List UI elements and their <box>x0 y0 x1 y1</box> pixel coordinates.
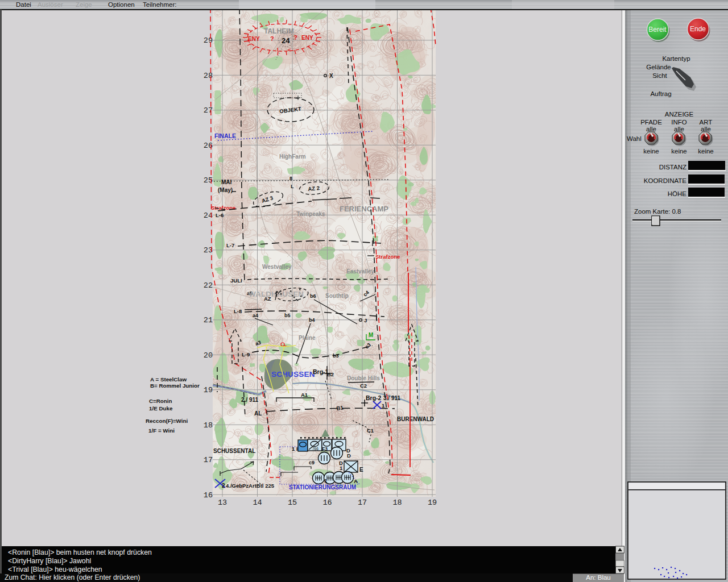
svg-text:22: 22 <box>204 281 213 290</box>
svg-text:L-8: L-8 <box>234 308 242 314</box>
svg-text:B1: B1 <box>336 404 344 411</box>
svg-text:c9: c9 <box>309 460 315 465</box>
svg-text:a4: a4 <box>253 313 258 318</box>
svg-text:I: I <box>277 47 279 52</box>
svg-text:alle: alle <box>674 126 684 132</box>
svg-text:2./ 911: 2./ 911 <box>241 397 258 403</box>
svg-text:BURENWALD: BURENWALD <box>397 416 434 422</box>
svg-text:1/E Duke: 1/E Duke <box>149 405 173 411</box>
svg-text:Zoom Karte: 0.8: Zoom Karte: 0.8 <box>634 208 681 215</box>
svg-text:L: L <box>291 184 294 189</box>
svg-text:L-6: L-6 <box>216 212 224 218</box>
svg-text:AZ 2: AZ 2 <box>308 185 320 192</box>
svg-text:27: 27 <box>204 106 213 115</box>
svg-text:Zeige: Zeige <box>76 1 92 8</box>
svg-text:24: 24 <box>282 36 290 45</box>
svg-text:E: E <box>359 467 363 473</box>
svg-text:19: 19 <box>428 498 437 507</box>
svg-text:L-9: L-9 <box>242 351 250 357</box>
svg-text:Kartentyp: Kartentyp <box>662 55 690 62</box>
svg-text:Double Hills: Double Hills <box>347 375 380 381</box>
svg-text:INFO: INFO <box>671 119 687 126</box>
svg-text:FINALE: FINALE <box>214 132 236 139</box>
svg-text:Strafzone: Strafzone <box>375 253 400 260</box>
svg-text:M: M <box>369 332 373 338</box>
svg-text:HÖHE: HÖHE <box>668 190 687 197</box>
svg-text:Optionen: Optionen <box>108 1 135 8</box>
svg-text:20: 20 <box>204 351 213 360</box>
svg-text:(May): (May) <box>218 187 233 193</box>
svg-text:J: J <box>364 317 367 323</box>
svg-text:I: I <box>296 446 298 452</box>
svg-text:C1: C1 <box>367 427 374 434</box>
svg-text:766: 766 <box>312 447 318 451</box>
svg-text:B= Rommel Junior: B= Rommel Junior <box>150 383 200 389</box>
svg-text:Southtip: Southtip <box>325 293 349 299</box>
svg-text:Zum Chat: Hier klicken (oder E: Zum Chat: Hier klicken (oder Enter drück… <box>5 573 140 581</box>
svg-text:2: 2 <box>222 483 225 489</box>
svg-text:AL: AL <box>254 410 262 417</box>
svg-text:C=Ronin: C=Ronin <box>149 398 172 404</box>
svg-text:<DirtyHarry [Blau]> Jawohl: <DirtyHarry [Blau]> Jawohl <box>8 557 91 565</box>
svg-text:21: 21 <box>204 316 213 325</box>
svg-text:16: 16 <box>322 498 332 507</box>
svg-text:TALHEIM: TALHEIM <box>264 27 293 35</box>
svg-text:A1: A1 <box>301 392 308 398</box>
svg-text:<Trival [Blau]> heu-wägelchen: <Trival [Blau]> heu-wägelchen <box>8 566 102 573</box>
svg-text:HighFarm: HighFarm <box>279 153 306 160</box>
svg-text:1: 1 <box>382 402 385 409</box>
svg-text:28: 28 <box>204 72 213 80</box>
svg-text:Auftrag: Auftrag <box>650 90 671 97</box>
svg-text:Teilnehmer:: Teilnehmer: <box>143 1 176 8</box>
svg-text:1: 1 <box>340 465 343 471</box>
svg-text:18: 18 <box>392 498 402 507</box>
svg-text:1: 1 <box>292 446 295 452</box>
svg-text:8: 8 <box>289 176 292 181</box>
svg-text:13: 13 <box>218 498 227 507</box>
svg-text:alle: alle <box>646 126 656 132</box>
svg-text:Reccon(F)=Wini: Reccon(F)=Wini <box>146 418 188 424</box>
svg-text:L-7: L-7 <box>226 242 234 248</box>
svg-text:ENY: ENY <box>248 36 260 42</box>
svg-text:A: A <box>354 478 358 484</box>
svg-text:Datei: Datei <box>16 1 31 8</box>
svg-text:Gelände: Gelände <box>646 64 671 70</box>
svg-text:1: 1 <box>324 477 328 484</box>
svg-text:C2: C2 <box>360 383 367 389</box>
svg-text:keine: keine <box>698 148 714 155</box>
svg-text:keine: keine <box>643 148 659 155</box>
svg-text:b3: b3 <box>333 353 339 359</box>
svg-text:Plaine: Plaine <box>299 335 316 341</box>
svg-text:D: D <box>347 452 351 459</box>
svg-text:29: 29 <box>204 36 213 45</box>
svg-text:KOORDINATE: KOORDINATE <box>644 177 687 184</box>
svg-text:Auslöser: Auslöser <box>38 1 63 8</box>
svg-text:PFADE: PFADE <box>640 119 662 126</box>
svg-text:Ende: Ende <box>690 25 706 33</box>
svg-text:JULI: JULI <box>230 277 242 284</box>
svg-text:b5: b5 <box>284 313 291 318</box>
svg-text:3./ 911: 3./ 911 <box>383 395 400 401</box>
svg-text:SCHUSSEN: SCHUSSEN <box>271 370 315 379</box>
svg-text:Wahl: Wahl <box>627 135 642 142</box>
svg-text:An: Blau: An: Blau <box>586 574 610 581</box>
svg-text:STATIONIERUNGSRAUM: STATIONIERUNGSRAUM <box>289 484 356 490</box>
svg-text:16: 16 <box>204 491 213 500</box>
svg-text:alle: alle <box>701 126 711 132</box>
svg-text:Twinpeaks: Twinpeaks <box>296 211 325 217</box>
svg-text:Sicht: Sicht <box>652 72 667 79</box>
svg-text:?: ? <box>293 34 297 41</box>
svg-text:MAI: MAI <box>221 179 232 185</box>
svg-text:17: 17 <box>358 498 367 507</box>
svg-text:F3: F3 <box>322 446 328 452</box>
svg-text:AZ: AZ <box>264 296 271 302</box>
svg-text:b6: b6 <box>310 293 316 299</box>
svg-text:SCHUSSENTAL: SCHUSSENTAL <box>213 448 255 454</box>
svg-text:B2: B2 <box>327 371 334 377</box>
svg-text:Brg-1: Brg-1 <box>313 368 329 375</box>
svg-text:<Ronin [Blau]> beim husten ne: <Ronin [Blau]> beim husten net knopf drü… <box>8 548 152 556</box>
svg-text:19: 19 <box>204 386 213 394</box>
svg-text:Westvalley: Westvalley <box>262 264 292 270</box>
svg-text:Eastvalley: Eastvalley <box>346 268 374 275</box>
svg-text:17: 17 <box>204 456 213 464</box>
